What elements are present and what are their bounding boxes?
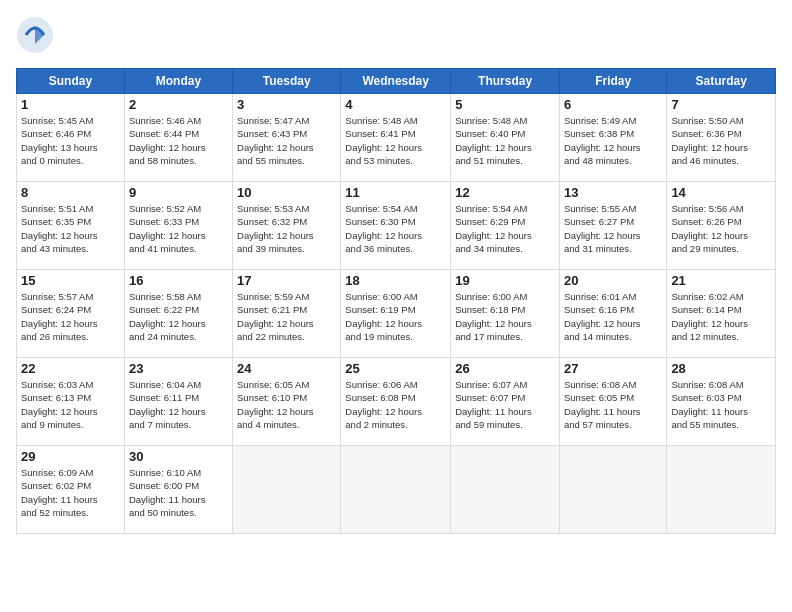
calendar-day-13: 13Sunrise: 5:55 AM Sunset: 6:27 PM Dayli…	[559, 182, 666, 270]
calendar-day-12: 12Sunrise: 5:54 AM Sunset: 6:29 PM Dayli…	[451, 182, 560, 270]
day-info: Sunrise: 6:00 AM Sunset: 6:19 PM Dayligh…	[345, 290, 446, 343]
calendar-day-15: 15Sunrise: 5:57 AM Sunset: 6:24 PM Dayli…	[17, 270, 125, 358]
day-info: Sunrise: 6:10 AM Sunset: 6:00 PM Dayligh…	[129, 466, 228, 519]
calendar-week-1: 8Sunrise: 5:51 AM Sunset: 6:35 PM Daylig…	[17, 182, 776, 270]
calendar-day-29: 29Sunrise: 6:09 AM Sunset: 6:02 PM Dayli…	[17, 446, 125, 534]
logo	[16, 16, 58, 58]
weekday-header-sunday: Sunday	[17, 69, 125, 94]
calendar-day-26: 26Sunrise: 6:07 AM Sunset: 6:07 PM Dayli…	[451, 358, 560, 446]
day-number: 3	[237, 97, 336, 112]
calendar-day-18: 18Sunrise: 6:00 AM Sunset: 6:19 PM Dayli…	[341, 270, 451, 358]
day-number: 19	[455, 273, 555, 288]
day-number: 7	[671, 97, 771, 112]
day-number: 12	[455, 185, 555, 200]
calendar-week-0: 1Sunrise: 5:45 AM Sunset: 6:46 PM Daylig…	[17, 94, 776, 182]
weekday-header-friday: Friday	[559, 69, 666, 94]
calendar-day-22: 22Sunrise: 6:03 AM Sunset: 6:13 PM Dayli…	[17, 358, 125, 446]
day-info: Sunrise: 5:58 AM Sunset: 6:22 PM Dayligh…	[129, 290, 228, 343]
day-number: 1	[21, 97, 120, 112]
day-number: 18	[345, 273, 446, 288]
day-number: 16	[129, 273, 228, 288]
day-number: 9	[129, 185, 228, 200]
day-number: 24	[237, 361, 336, 376]
day-number: 17	[237, 273, 336, 288]
calendar-day-11: 11Sunrise: 5:54 AM Sunset: 6:30 PM Dayli…	[341, 182, 451, 270]
day-number: 13	[564, 185, 662, 200]
weekday-header-tuesday: Tuesday	[233, 69, 341, 94]
day-number: 10	[237, 185, 336, 200]
day-number: 23	[129, 361, 228, 376]
day-number: 14	[671, 185, 771, 200]
day-info: Sunrise: 6:09 AM Sunset: 6:02 PM Dayligh…	[21, 466, 120, 519]
header	[16, 16, 776, 58]
day-info: Sunrise: 5:47 AM Sunset: 6:43 PM Dayligh…	[237, 114, 336, 167]
day-info: Sunrise: 5:52 AM Sunset: 6:33 PM Dayligh…	[129, 202, 228, 255]
calendar-day-24: 24Sunrise: 6:05 AM Sunset: 6:10 PM Dayli…	[233, 358, 341, 446]
calendar-day-5: 5Sunrise: 5:48 AM Sunset: 6:40 PM Daylig…	[451, 94, 560, 182]
calendar-day-21: 21Sunrise: 6:02 AM Sunset: 6:14 PM Dayli…	[667, 270, 776, 358]
day-info: Sunrise: 6:07 AM Sunset: 6:07 PM Dayligh…	[455, 378, 555, 431]
calendar-day-17: 17Sunrise: 5:59 AM Sunset: 6:21 PM Dayli…	[233, 270, 341, 358]
calendar-day-28: 28Sunrise: 6:08 AM Sunset: 6:03 PM Dayli…	[667, 358, 776, 446]
weekday-header-monday: Monday	[124, 69, 232, 94]
calendar-day-6: 6Sunrise: 5:49 AM Sunset: 6:38 PM Daylig…	[559, 94, 666, 182]
day-info: Sunrise: 5:48 AM Sunset: 6:40 PM Dayligh…	[455, 114, 555, 167]
day-number: 27	[564, 361, 662, 376]
day-info: Sunrise: 5:50 AM Sunset: 6:36 PM Dayligh…	[671, 114, 771, 167]
day-number: 28	[671, 361, 771, 376]
day-info: Sunrise: 5:48 AM Sunset: 6:41 PM Dayligh…	[345, 114, 446, 167]
day-number: 21	[671, 273, 771, 288]
calendar-day-16: 16Sunrise: 5:58 AM Sunset: 6:22 PM Dayli…	[124, 270, 232, 358]
day-info: Sunrise: 6:08 AM Sunset: 6:03 PM Dayligh…	[671, 378, 771, 431]
calendar-day-9: 9Sunrise: 5:52 AM Sunset: 6:33 PM Daylig…	[124, 182, 232, 270]
day-number: 25	[345, 361, 446, 376]
calendar-table: SundayMondayTuesdayWednesdayThursdayFrid…	[16, 68, 776, 534]
calendar-day-2: 2Sunrise: 5:46 AM Sunset: 6:44 PM Daylig…	[124, 94, 232, 182]
day-number: 6	[564, 97, 662, 112]
day-number: 8	[21, 185, 120, 200]
day-info: Sunrise: 5:57 AM Sunset: 6:24 PM Dayligh…	[21, 290, 120, 343]
day-info: Sunrise: 6:04 AM Sunset: 6:11 PM Dayligh…	[129, 378, 228, 431]
day-info: Sunrise: 5:49 AM Sunset: 6:38 PM Dayligh…	[564, 114, 662, 167]
calendar-week-2: 15Sunrise: 5:57 AM Sunset: 6:24 PM Dayli…	[17, 270, 776, 358]
day-info: Sunrise: 6:08 AM Sunset: 6:05 PM Dayligh…	[564, 378, 662, 431]
weekday-header-wednesday: Wednesday	[341, 69, 451, 94]
calendar-day-8: 8Sunrise: 5:51 AM Sunset: 6:35 PM Daylig…	[17, 182, 125, 270]
weekday-header-thursday: Thursday	[451, 69, 560, 94]
calendar-week-3: 22Sunrise: 6:03 AM Sunset: 6:13 PM Dayli…	[17, 358, 776, 446]
calendar-day-3: 3Sunrise: 5:47 AM Sunset: 6:43 PM Daylig…	[233, 94, 341, 182]
calendar-day-30: 30Sunrise: 6:10 AM Sunset: 6:00 PM Dayli…	[124, 446, 232, 534]
day-info: Sunrise: 6:03 AM Sunset: 6:13 PM Dayligh…	[21, 378, 120, 431]
day-number: 4	[345, 97, 446, 112]
calendar-day-27: 27Sunrise: 6:08 AM Sunset: 6:05 PM Dayli…	[559, 358, 666, 446]
day-info: Sunrise: 5:55 AM Sunset: 6:27 PM Dayligh…	[564, 202, 662, 255]
day-info: Sunrise: 6:06 AM Sunset: 6:08 PM Dayligh…	[345, 378, 446, 431]
day-number: 11	[345, 185, 446, 200]
day-info: Sunrise: 5:54 AM Sunset: 6:29 PM Dayligh…	[455, 202, 555, 255]
calendar-day-1: 1Sunrise: 5:45 AM Sunset: 6:46 PM Daylig…	[17, 94, 125, 182]
day-number: 26	[455, 361, 555, 376]
day-info: Sunrise: 5:46 AM Sunset: 6:44 PM Dayligh…	[129, 114, 228, 167]
calendar-day-empty-4-2	[233, 446, 341, 534]
calendar-day-empty-4-5	[559, 446, 666, 534]
day-info: Sunrise: 5:54 AM Sunset: 6:30 PM Dayligh…	[345, 202, 446, 255]
calendar-day-19: 19Sunrise: 6:00 AM Sunset: 6:18 PM Dayli…	[451, 270, 560, 358]
calendar-day-4: 4Sunrise: 5:48 AM Sunset: 6:41 PM Daylig…	[341, 94, 451, 182]
day-number: 22	[21, 361, 120, 376]
calendar-day-empty-4-3	[341, 446, 451, 534]
page: SundayMondayTuesdayWednesdayThursdayFrid…	[0, 0, 792, 542]
day-info: Sunrise: 5:56 AM Sunset: 6:26 PM Dayligh…	[671, 202, 771, 255]
day-number: 5	[455, 97, 555, 112]
day-info: Sunrise: 5:53 AM Sunset: 6:32 PM Dayligh…	[237, 202, 336, 255]
weekday-header-row: SundayMondayTuesdayWednesdayThursdayFrid…	[17, 69, 776, 94]
calendar-day-7: 7Sunrise: 5:50 AM Sunset: 6:36 PM Daylig…	[667, 94, 776, 182]
day-info: Sunrise: 5:59 AM Sunset: 6:21 PM Dayligh…	[237, 290, 336, 343]
day-number: 20	[564, 273, 662, 288]
day-info: Sunrise: 5:51 AM Sunset: 6:35 PM Dayligh…	[21, 202, 120, 255]
day-info: Sunrise: 6:05 AM Sunset: 6:10 PM Dayligh…	[237, 378, 336, 431]
day-info: Sunrise: 6:01 AM Sunset: 6:16 PM Dayligh…	[564, 290, 662, 343]
day-info: Sunrise: 5:45 AM Sunset: 6:46 PM Dayligh…	[21, 114, 120, 167]
calendar-week-4: 29Sunrise: 6:09 AM Sunset: 6:02 PM Dayli…	[17, 446, 776, 534]
day-info: Sunrise: 6:00 AM Sunset: 6:18 PM Dayligh…	[455, 290, 555, 343]
day-number: 29	[21, 449, 120, 464]
